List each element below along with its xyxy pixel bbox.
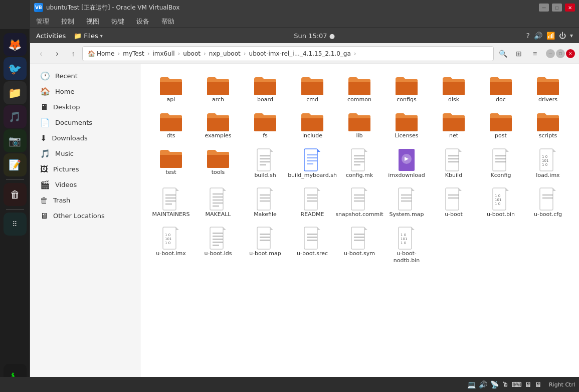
taskbar-icon-1[interactable]: 💻 bbox=[467, 380, 476, 388]
menu-hotkey[interactable]: 热键 bbox=[109, 16, 126, 27]
svg-rect-103 bbox=[351, 227, 364, 249]
breadcrumb-more-icon[interactable]: › bbox=[354, 50, 356, 57]
fm-maximize-button[interactable]: □ bbox=[556, 49, 565, 58]
sidebar-item-pictures[interactable]: 🖼 Pictures bbox=[32, 161, 138, 177]
tray-power-icon[interactable]: ⏻ bbox=[559, 32, 566, 40]
file-item-include[interactable]: include bbox=[290, 108, 335, 142]
file-item-config-mk[interactable]: config.mk bbox=[337, 145, 382, 182]
forward-button[interactable]: › bbox=[50, 47, 64, 61]
file-item-dts[interactable]: dts bbox=[148, 108, 194, 142]
file-item-board[interactable]: board bbox=[243, 72, 288, 106]
menu-control[interactable]: 控制 bbox=[59, 16, 76, 27]
sidebar-item-desktop[interactable]: 🖥 Desktop bbox=[32, 99, 138, 115]
minimize-button[interactable]: ─ bbox=[539, 4, 549, 12]
fm-minimize-button[interactable]: ─ bbox=[546, 49, 555, 58]
tray-question-icon[interactable]: ? bbox=[526, 32, 530, 40]
file-item-configs[interactable]: configs bbox=[384, 72, 429, 106]
tray-sound-icon[interactable]: 🔊 bbox=[534, 32, 542, 40]
file-item-makeall[interactable]: MAKEALL bbox=[196, 184, 241, 221]
sidebar-item-videos[interactable]: 🎬 Videos bbox=[32, 177, 138, 192]
file-item-tools[interactable]: tools bbox=[196, 145, 241, 182]
maximize-button[interactable]: □ bbox=[552, 4, 562, 12]
breadcrumb-uboot[interactable]: uboot bbox=[181, 49, 203, 58]
taskbar-icon-2[interactable]: 🔊 bbox=[479, 380, 487, 388]
tray-network-icon[interactable]: 📶 bbox=[546, 32, 555, 40]
file-item-licenses[interactable]: Licenses bbox=[384, 108, 429, 142]
file-item-test[interactable]: test bbox=[148, 145, 194, 182]
sidebar-item-recent[interactable]: 🕐 Recent bbox=[32, 68, 138, 84]
file-item-build-sh[interactable]: build.sh bbox=[243, 145, 288, 182]
file-item-u-boot-srec[interactable]: u-boot.srec bbox=[290, 223, 335, 268]
breadcrumb-nxp-uboot[interactable]: nxp_uboot bbox=[207, 49, 243, 58]
search-button[interactable]: 🔍 bbox=[496, 47, 510, 61]
view-toggle-button[interactable]: ⊞ bbox=[512, 47, 526, 61]
file-item-snapshot-commit[interactable]: snapshot.commit bbox=[337, 184, 382, 221]
breadcrumb-current[interactable]: uboot-imx-rel_i..._4.1.15_2.1.0_ga bbox=[247, 49, 353, 58]
file-item-disk[interactable]: disk bbox=[431, 72, 476, 106]
sidebar-item-other-locations[interactable]: 🖥 Other Locations bbox=[32, 208, 138, 224]
file-item-scripts[interactable]: scripts bbox=[525, 108, 570, 142]
menu-button[interactable]: ≡ bbox=[528, 47, 542, 61]
taskbar-icon-4[interactable]: 🖱 bbox=[502, 380, 509, 388]
file-item-u-boot-sym[interactable]: u-boot.sym bbox=[337, 223, 382, 268]
file-item-examples[interactable]: examples bbox=[196, 108, 241, 142]
taskbar-icon-3[interactable]: 📡 bbox=[490, 380, 499, 388]
file-item-u-boot-lds[interactable]: u-boot.lds bbox=[196, 223, 241, 268]
file-item-u-boot-map[interactable]: u-boot.map bbox=[243, 223, 288, 268]
dock-item-music[interactable]: 🎵 bbox=[4, 105, 27, 128]
back-button[interactable]: ‹ bbox=[34, 47, 48, 61]
breadcrumb-mytest[interactable]: myTest bbox=[121, 49, 146, 58]
file-item-net[interactable]: net bbox=[431, 108, 476, 142]
sidebar-item-home[interactable]: 🏠 Home bbox=[32, 84, 138, 99]
file-item-system-map[interactable]: System.map bbox=[384, 184, 429, 221]
file-item-readme[interactable]: README bbox=[290, 184, 335, 221]
sidebar-item-downloads[interactable]: ⬇ Downloads bbox=[32, 130, 138, 146]
menu-help[interactable]: 帮助 bbox=[159, 16, 176, 27]
taskbar-icon-6[interactable]: 🖥 bbox=[525, 380, 532, 388]
dock-item-trash[interactable]: 🗑 bbox=[4, 183, 27, 206]
file-item-cmd[interactable]: cmd bbox=[290, 72, 335, 106]
file-item-doc[interactable]: doc bbox=[478, 72, 523, 106]
sidebar-item-documents[interactable]: 📄 Documents bbox=[32, 115, 138, 130]
file-item-u-boot-bin[interactable]: 1 0 101 1 0 u-boot.bin bbox=[478, 184, 523, 221]
file-item-kbuild[interactable]: Kbuild bbox=[431, 145, 476, 182]
dock-item-apps[interactable]: ⠿ bbox=[4, 213, 27, 236]
file-item-arch[interactable]: arch bbox=[196, 72, 241, 106]
file-item-api[interactable]: api bbox=[148, 72, 194, 106]
fm-close-button[interactable]: ✕ bbox=[566, 49, 575, 58]
file-item-imxdownload[interactable]: imxdownload bbox=[384, 145, 429, 182]
sidebar-item-music[interactable]: 🎵 Music bbox=[32, 146, 138, 161]
breadcrumb-imx6ull[interactable]: imx6ull bbox=[150, 49, 176, 58]
dock-item-files[interactable]: 📁 bbox=[4, 81, 27, 104]
file-item-makefile[interactable]: Makefile bbox=[243, 184, 288, 221]
sidebar-item-trash[interactable]: 🗑 Trash bbox=[32, 192, 138, 208]
taskbar-icon-5[interactable]: ⌨ bbox=[512, 380, 522, 388]
file-item-kconfig[interactable]: Kconfig bbox=[478, 145, 523, 182]
file-item-lib[interactable]: lib bbox=[337, 108, 382, 142]
activities-button[interactable]: Activities bbox=[36, 32, 66, 40]
files-menu-button[interactable]: 📁 Files ▾ bbox=[74, 32, 103, 40]
file-item-common[interactable]: common bbox=[337, 72, 382, 106]
menu-view[interactable]: 视图 bbox=[84, 16, 101, 27]
dock-item-firefox[interactable]: 🦊 bbox=[4, 33, 27, 56]
file-item-u-boot[interactable]: u-boot bbox=[431, 184, 476, 221]
close-button[interactable]: ✕ bbox=[565, 4, 575, 12]
file-item-u-boot-cfg[interactable]: u-boot.cfg bbox=[525, 184, 570, 221]
up-button[interactable]: ↑ bbox=[66, 47, 80, 61]
menu-manage[interactable]: 管理 bbox=[34, 16, 51, 27]
file-item-fs[interactable]: fs bbox=[243, 108, 288, 142]
tray-dropdown-icon[interactable]: ▾ bbox=[570, 32, 573, 39]
file-item-drivers[interactable]: drivers bbox=[525, 72, 570, 106]
file-item-post[interactable]: post bbox=[478, 108, 523, 142]
dock-item-camera[interactable]: 📷 bbox=[4, 129, 27, 152]
dock-item-docs[interactable]: 📝 bbox=[4, 153, 27, 176]
file-item-u-boot-imx[interactable]: 1 0 101 1 0 u-boot.imx bbox=[148, 223, 194, 268]
dock-item-thunderbird[interactable]: 🐦 bbox=[4, 57, 27, 80]
file-item-u-boot-nodtb-bin[interactable]: 1 0 101 1 0 u-boot-nodtb.bin bbox=[384, 223, 429, 268]
taskbar-icon-7[interactable]: 🖥 bbox=[535, 380, 542, 388]
file-item-maintainers[interactable]: MAINTAINERS bbox=[148, 184, 194, 221]
file-item-build-myboard-sh[interactable]: build_myboard.sh bbox=[290, 145, 335, 182]
menu-device[interactable]: 设备 bbox=[134, 16, 151, 27]
breadcrumb-home[interactable]: 🏠 Home bbox=[86, 49, 116, 58]
file-item-load-imx[interactable]: 1 0 101 1 0 load.imx bbox=[525, 145, 570, 182]
